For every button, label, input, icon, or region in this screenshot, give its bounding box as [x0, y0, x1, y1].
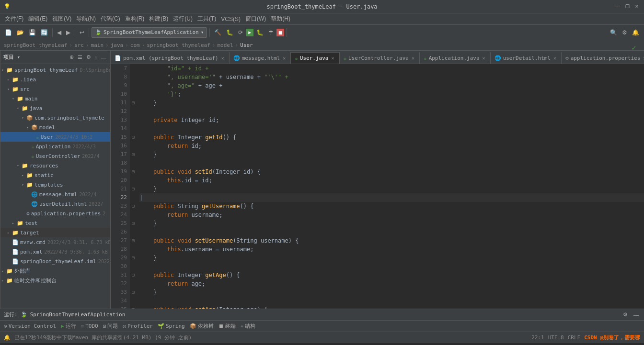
tree-item-static[interactable]: ▸ 📁 static [0, 170, 110, 180]
panel-locate-btn[interactable]: ⊕ [69, 53, 75, 61]
tree-item-application[interactable]: ☕ Application 2022/4/3 [0, 142, 110, 151]
toolbar-todo[interactable]: ≡ TODO [81, 323, 98, 329]
tree-item-model[interactable]: ▾ 📦 model [0, 122, 110, 132]
toolbar-terminal[interactable]: ⏹ 终端 [218, 323, 236, 330]
breadcrumb-user[interactable]: User [240, 42, 253, 48]
stop-button[interactable]: ■ [276, 29, 284, 36]
tree-item-app-props[interactable]: ⚙ application.properties 2 [0, 209, 110, 218]
toolbar-problems[interactable]: ⊡ 问题 [103, 323, 118, 330]
tab-application[interactable]: ☕ Application.java ✕ [420, 52, 491, 64]
tree-item-user[interactable]: ☕ User 2022/4/3 10:2 [0, 132, 110, 142]
toolbar-undo[interactable]: ↩ [78, 27, 86, 38]
tree-item-userdetail-html[interactable]: 🌐 userDetail.html 2022/ [0, 199, 110, 209]
panel-expand-btn[interactable]: ↕ [94, 54, 99, 61]
menu-navigate[interactable]: 导航(N) [74, 14, 98, 24]
tree-item-iml[interactable]: 📄 springBoot_thymeLeaf.iml 2022/4 [0, 256, 110, 266]
toolbar-back[interactable]: ◀ [55, 27, 63, 38]
menu-refactor[interactable]: 重构(R) [123, 14, 147, 24]
ln-8: 8 [111, 73, 130, 81]
menu-view[interactable]: 视图(V) [50, 14, 73, 24]
toolbar-version-control[interactable]: ⊙ Version Control [4, 323, 56, 329]
toolbar-reload[interactable]: ⟳ [236, 27, 245, 38]
toolbar-new[interactable]: 📄 [3, 27, 14, 38]
tab-user-close[interactable]: ✕ [330, 55, 335, 61]
toolbar-save[interactable]: 💾 [27, 27, 38, 38]
run-bar-close-btn[interactable]: — [632, 312, 640, 318]
breadcrumb-java[interactable]: java [111, 42, 124, 48]
tab-usercontroller-close[interactable]: ✕ [411, 55, 415, 61]
menu-window[interactable]: 窗口(W) [243, 14, 268, 24]
close-button[interactable]: ✕ [633, 3, 640, 10]
breadcrumb-springboot[interactable]: springboot_thymeleaf [147, 42, 210, 48]
tree-item-src[interactable]: ▾ 📁 src [0, 84, 110, 94]
tab-appprops[interactable]: ⚙ application.properties ✕ [562, 52, 644, 64]
toolbar-coverage[interactable]: ☂ [266, 27, 276, 38]
tab-pom-close[interactable]: ✕ [220, 55, 225, 61]
breadcrumb-project[interactable]: springBoot_thymeLeaf [4, 42, 67, 48]
tree-item-scratch[interactable]: ▸ 📁 临时文件和控制台 [0, 276, 110, 285]
toolbar-run[interactable]: ▶ 运行 [61, 323, 76, 330]
menu-code[interactable]: 代码(C) [99, 14, 122, 24]
tree-item-templates[interactable]: ▾ 📁 templates [0, 180, 110, 189]
menu-run[interactable]: 运行(U) [171, 14, 195, 24]
tab-user[interactable]: ☕ User.java ✕ [291, 52, 339, 64]
menu-vcs[interactable]: VCS(S) [219, 14, 242, 24]
toolbar-debug[interactable]: 🐛 [254, 27, 265, 38]
tab-message-close[interactable]: ✕ [282, 55, 287, 61]
breadcrumb-src[interactable]: src [74, 42, 84, 48]
panel-settings-btn[interactable]: ⚙ [85, 53, 92, 61]
run-settings-btn[interactable]: ⚙ [621, 311, 629, 318]
toolbar-profiler[interactable]: ◎ Profiler [123, 323, 153, 329]
toolbar-open[interactable]: 📂 [15, 27, 26, 38]
menu-tools[interactable]: 工具(T) [196, 14, 218, 24]
tab-pom[interactable]: 📄 pom.xml (springBoot_thymeLeaf) ✕ [111, 52, 230, 64]
tree-item-usercontroller[interactable]: ☕ UserController 2022/4 [0, 151, 110, 161]
tree-item-resources[interactable]: ▾ 📁 resources [0, 161, 110, 170]
toolbar-refresh[interactable]: 🔄 [39, 27, 50, 38]
tab-message[interactable]: 🌐 message.html ✕ [230, 52, 291, 64]
toolbar-debug-build[interactable]: 🐛 [224, 27, 235, 38]
tree-item-target[interactable]: ▸ 📁 target [0, 228, 110, 237]
code-content[interactable]: "id=" + id + ", username='" + username +… [137, 64, 644, 309]
tab-usercontroller[interactable]: ☕ UserController.java ✕ [340, 52, 420, 64]
maximize-button[interactable]: ❐ [624, 3, 631, 10]
tree-item-pom[interactable]: 📄 pom.xml 2022/4/3 9:36, 1.63 kB 29 × [0, 247, 110, 256]
toolbar-settings[interactable]: ⚙ [620, 27, 629, 38]
menu-edit[interactable]: 编辑(E) [26, 14, 49, 24]
breadcrumb-main[interactable]: main [91, 42, 104, 48]
fold-15: ⊟ [130, 133, 137, 142]
tree-item-main[interactable]: ▾ 📁 main [0, 94, 110, 103]
toolbar-notifications[interactable]: 🔔 [630, 27, 641, 38]
breadcrumb-com[interactable]: com [130, 42, 140, 48]
menu-help[interactable]: 帮助(H) [269, 14, 292, 24]
code-editor[interactable]: 7 8 9 10 11 12 13 14 15 16 17 18 19 20 2… [111, 64, 644, 309]
tree-item-test[interactable]: ▸ 📁 test [0, 218, 110, 228]
tree-item-idea[interactable]: ▸ 📁 .idea [0, 75, 110, 84]
menu-file[interactable]: 文件(F) [3, 14, 25, 24]
toolbar-build[interactable]: 🔨 [212, 27, 223, 38]
toolbar-spring[interactable]: 🌱 Spring [158, 323, 185, 329]
toolbar-deps[interactable]: 📦 依赖树 [190, 323, 214, 330]
tab-userdetail-close[interactable]: ✕ [552, 55, 557, 61]
menu-build[interactable]: 构建(B) [147, 14, 170, 24]
run-config-dropdown[interactable]: 🍃 SpringBootThymeLeafApplication ▾ [92, 27, 207, 38]
tree-item-java[interactable]: ▾ 📁 java [0, 103, 110, 113]
run-button[interactable]: ▶ [246, 29, 253, 36]
tab-userdetail[interactable]: 🌐 userDetail.html ✕ [491, 52, 562, 64]
minimize-button[interactable]: — [614, 3, 621, 10]
toolbar-search[interactable]: 🔍 [608, 27, 619, 38]
tree-item-external-libs[interactable]: ▸ 📁 外部库 [0, 266, 110, 276]
panel-close-btn[interactable]: — [100, 54, 107, 61]
run-config-icon: 🍃 [95, 29, 102, 35]
tree-item-root[interactable]: ▾ 📁 springBoot_thymeLeaf D:\SpringBoo [0, 65, 110, 75]
breadcrumb-model[interactable]: model [217, 42, 233, 48]
tree-item-com[interactable]: ▾ 📦 com.springboot_thymele [0, 113, 110, 122]
toolbar-structure[interactable]: ✧ 结构 [241, 323, 256, 330]
panel-collapse-btn[interactable]: ☰ [77, 53, 83, 61]
toolbar-forward[interactable]: ▶ [64, 27, 72, 38]
tree-item-message-html[interactable]: 🌐 message.html 2022/4 [0, 189, 110, 199]
tree-item-mvnw[interactable]: 📄 mvnw.cmd 2022/4/3 9:31, 6.73 kB [0, 237, 110, 247]
tab-application-close[interactable]: ✕ [482, 55, 486, 61]
tab-appprops-close[interactable]: ✕ [642, 55, 644, 61]
ln-33: 33 [111, 288, 130, 297]
